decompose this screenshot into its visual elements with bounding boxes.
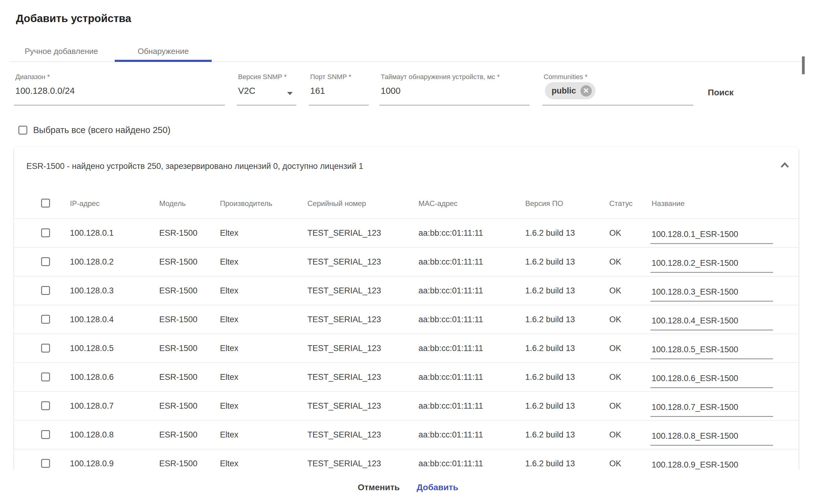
- cell-model: ESR-1500: [159, 286, 197, 296]
- table-row: 100.128.0.6 ESR-1500 Eltex TEST_SERIAL_1…: [14, 362, 799, 391]
- cell-serial: TEST_SERIAL_123: [307, 286, 381, 296]
- cell-model: ESR-1500: [159, 344, 197, 353]
- row-checkbox[interactable]: [41, 372, 50, 381]
- device-group-card: ESR-1500 - найдено устройств 250, зарезе…: [14, 147, 799, 470]
- select-all-label: Выбрать все (всего найдено 250): [33, 125, 171, 135]
- snmp-version-field[interactable]: Версия SNMP * V2C: [237, 71, 296, 105]
- cell-firmware: 1.6.2 build 13: [525, 286, 575, 296]
- table-body: 100.128.0.1 ESR-1500 Eltex TEST_SERIAL_1…: [14, 218, 799, 470]
- cell-mac: aa:bb:cc:01:11:11: [419, 430, 483, 440]
- cell-status: OK: [609, 315, 621, 324]
- range-input[interactable]: [15, 86, 214, 96]
- device-name-input[interactable]: [650, 430, 773, 446]
- cell-ip: 100.128.0.4: [70, 315, 114, 324]
- row-checkbox[interactable]: [41, 228, 50, 237]
- page-title: Добавить устройства: [16, 12, 131, 25]
- cell-serial: TEST_SERIAL_123: [307, 257, 381, 267]
- cell-mac: aa:bb:cc:01:11:11: [419, 372, 483, 382]
- device-name-input[interactable]: [650, 228, 773, 244]
- cell-mac: aa:bb:cc:01:11:11: [419, 459, 483, 468]
- community-chip: public ✕: [545, 82, 596, 99]
- cell-serial: TEST_SERIAL_123: [307, 344, 381, 353]
- cell-model: ESR-1500: [159, 372, 197, 382]
- cell-ip: 100.128.0.9: [70, 459, 114, 468]
- communities-label: Communities *: [544, 73, 588, 81]
- row-checkbox[interactable]: [41, 344, 50, 353]
- cell-vendor: Eltex: [220, 459, 238, 468]
- cell-firmware: 1.6.2 build 13: [525, 401, 575, 411]
- cell-ip: 100.128.0.1: [70, 228, 114, 238]
- cell-ip: 100.128.0.7: [70, 401, 114, 411]
- cell-status: OK: [609, 430, 621, 440]
- device-name-input[interactable]: [650, 401, 773, 417]
- row-checkbox[interactable]: [41, 401, 50, 410]
- row-checkbox[interactable]: [41, 459, 50, 468]
- group-header: ESR-1500 - найдено устройств 250, зарезе…: [14, 147, 799, 189]
- cell-model: ESR-1500: [159, 315, 197, 324]
- cancel-button[interactable]: Отменить: [358, 483, 400, 492]
- search-button[interactable]: Поиск: [708, 88, 734, 97]
- add-devices-dialog: Добавить устройства Ручное добавление Об…: [0, 0, 813, 504]
- add-button[interactable]: Добавить: [417, 483, 458, 492]
- device-name-input[interactable]: [650, 315, 773, 330]
- device-name-input[interactable]: [650, 286, 773, 302]
- cell-status: OK: [609, 401, 621, 411]
- cell-firmware: 1.6.2 build 13: [525, 315, 575, 324]
- device-name-input[interactable]: [650, 257, 773, 273]
- col-header-serial: Серийный номер: [307, 199, 366, 208]
- cell-vendor: Eltex: [220, 401, 238, 411]
- select-all-row: Выбрать все (всего найдено 250): [18, 125, 171, 135]
- row-checkbox[interactable]: [41, 257, 50, 266]
- collapse-chevron-up-icon[interactable]: [779, 159, 791, 171]
- cell-mac: aa:bb:cc:01:11:11: [419, 286, 483, 296]
- tab-manual-add[interactable]: Ручное добавление: [13, 41, 110, 61]
- table-row: 100.128.0.3 ESR-1500 Eltex TEST_SERIAL_1…: [14, 276, 799, 305]
- snmp-port-input[interactable]: [310, 86, 358, 96]
- device-name-input[interactable]: [650, 459, 773, 470]
- col-header-firmware: Версия ПО: [525, 199, 563, 208]
- cell-firmware: 1.6.2 build 13: [525, 344, 575, 353]
- dialog-footer: Отменить Добавить: [0, 470, 813, 504]
- col-header-model: Модель: [159, 199, 186, 208]
- cell-status: OK: [609, 228, 621, 238]
- cell-mac: aa:bb:cc:01:11:11: [419, 315, 483, 324]
- cell-ip: 100.128.0.2: [70, 257, 114, 267]
- cell-mac: aa:bb:cc:01:11:11: [419, 257, 483, 267]
- group-select-checkbox[interactable]: [41, 199, 50, 208]
- timeout-input[interactable]: [381, 86, 519, 96]
- col-header-name: Название: [652, 199, 685, 208]
- table-row: 100.128.0.8 ESR-1500 Eltex TEST_SERIAL_1…: [14, 420, 799, 449]
- vertical-scrollbar-thumb[interactable]: [802, 56, 805, 74]
- row-checkbox[interactable]: [41, 315, 50, 324]
- chip-remove-icon[interactable]: ✕: [581, 85, 592, 97]
- community-chip-label: public: [552, 86, 576, 96]
- cell-firmware: 1.6.2 build 13: [525, 228, 575, 238]
- cell-status: OK: [609, 459, 621, 468]
- cell-vendor: Eltex: [220, 228, 238, 238]
- cell-firmware: 1.6.2 build 13: [525, 372, 575, 382]
- row-checkbox[interactable]: [41, 430, 50, 439]
- cell-ip: 100.128.0.8: [70, 430, 114, 440]
- cell-model: ESR-1500: [159, 430, 197, 440]
- col-header-mac: MAC-адрес: [419, 199, 458, 208]
- device-name-input[interactable]: [650, 372, 773, 388]
- col-header-status: Статус: [609, 199, 633, 208]
- cell-vendor: Eltex: [220, 344, 238, 353]
- timeout-field: Таймаут обнаружения устройств, мс *: [379, 71, 530, 105]
- cell-vendor: Eltex: [220, 315, 238, 324]
- communities-field[interactable]: Communities * public ✕: [543, 71, 693, 105]
- table-row: 100.128.0.4 ESR-1500 Eltex TEST_SERIAL_1…: [14, 305, 799, 334]
- cell-status: OK: [609, 344, 621, 353]
- col-header-vendor: Производитель: [220, 199, 272, 208]
- tab-discovery[interactable]: Обнаружение: [115, 41, 212, 61]
- cell-serial: TEST_SERIAL_123: [307, 459, 381, 468]
- row-checkbox[interactable]: [41, 286, 50, 295]
- select-all-checkbox[interactable]: [18, 126, 27, 135]
- snmp-version-select[interactable]: V2C: [238, 86, 285, 96]
- device-name-input[interactable]: [650, 343, 773, 359]
- cell-model: ESR-1500: [159, 401, 197, 411]
- cell-mac: aa:bb:cc:01:11:11: [419, 228, 483, 238]
- table-header: IP-адрес Модель Производитель Серийный н…: [14, 189, 799, 218]
- table-row: 100.128.0.1 ESR-1500 Eltex TEST_SERIAL_1…: [14, 218, 799, 247]
- active-tab-indicator: [115, 60, 212, 62]
